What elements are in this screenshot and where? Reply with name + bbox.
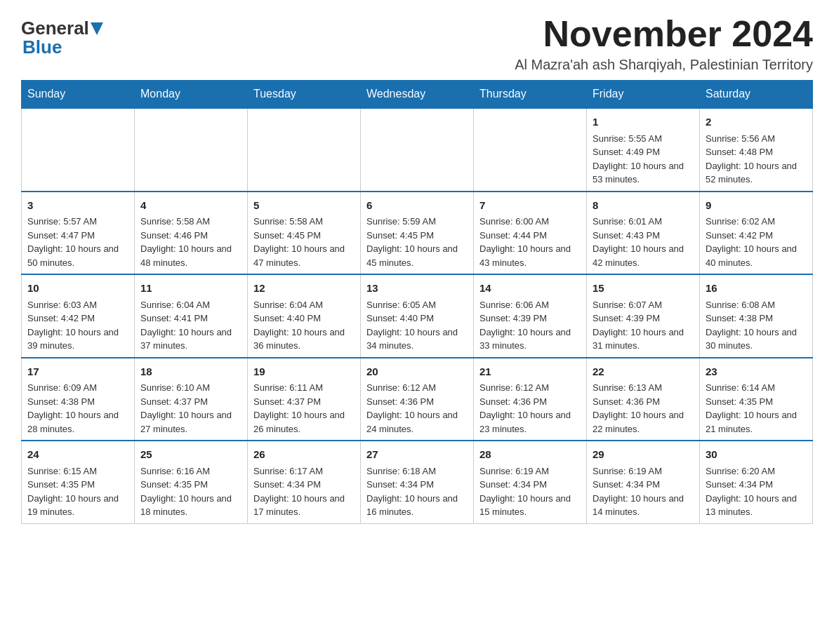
day-info: Daylight: 10 hours and 22 minutes. [593,408,694,436]
day-info: Daylight: 10 hours and 13 minutes. [706,492,807,519]
day-info: Sunset: 4:40 PM [253,311,355,326]
day-info: Sunset: 4:36 PM [479,395,581,409]
day-info: Sunrise: 6:14 AM [706,381,807,395]
header-tuesday: Tuesday [248,81,361,109]
day-info: Daylight: 10 hours and 47 minutes. [253,242,355,269]
calendar-cell: 20Sunrise: 6:12 AMSunset: 4:36 PMDayligh… [361,358,474,441]
day-number: 21 [479,364,581,380]
day-info: Sunrise: 6:07 AM [593,298,694,312]
month-title: November 2024 [515,14,813,54]
day-info: Daylight: 10 hours and 50 minutes. [27,242,128,269]
day-info: Sunset: 4:38 PM [27,395,128,409]
day-number: 19 [253,364,355,380]
day-number: 23 [706,364,807,380]
day-info: Sunset: 4:41 PM [140,311,241,326]
day-number: 16 [706,281,807,297]
day-number: 12 [253,281,355,297]
day-number: 7 [479,198,581,214]
day-info: Sunrise: 6:19 AM [479,464,581,478]
header-monday: Monday [135,81,248,109]
day-info: Sunset: 4:39 PM [593,311,694,326]
day-info: Sunrise: 6:09 AM [27,381,128,395]
day-info: Sunset: 4:34 PM [593,478,694,492]
day-info: Sunset: 4:35 PM [140,478,241,492]
day-info: Daylight: 10 hours and 36 minutes. [253,326,355,353]
logo: General Blue [21,14,103,58]
day-info: Sunset: 4:34 PM [479,478,581,492]
day-info: Sunset: 4:47 PM [27,229,128,243]
calendar-cell: 8Sunrise: 6:01 AMSunset: 4:43 PMDaylight… [587,192,700,275]
calendar-body: 1Sunrise: 5:55 AMSunset: 4:49 PMDaylight… [22,108,813,523]
day-info: Daylight: 10 hours and 14 minutes. [593,492,694,519]
day-info: Sunset: 4:42 PM [27,311,128,326]
day-info: Sunset: 4:36 PM [366,395,468,409]
svg-marker-0 [91,22,103,35]
calendar-week-1: 1Sunrise: 5:55 AMSunset: 4:49 PMDaylight… [22,108,813,192]
calendar-cell: 27Sunrise: 6:18 AMSunset: 4:34 PMDayligh… [361,441,474,523]
day-info: Daylight: 10 hours and 26 minutes. [253,408,355,436]
day-info: Sunset: 4:34 PM [706,478,807,492]
day-info: Sunrise: 6:03 AM [27,298,128,312]
day-info: Sunset: 4:48 PM [706,145,807,159]
calendar-cell: 2Sunrise: 5:56 AMSunset: 4:48 PMDaylight… [700,108,813,192]
calendar-cell: 23Sunrise: 6:14 AMSunset: 4:35 PMDayligh… [700,358,813,441]
header-sunday: Sunday [22,81,135,109]
day-info: Daylight: 10 hours and 21 minutes. [706,408,807,436]
day-info: Daylight: 10 hours and 18 minutes. [140,492,241,519]
calendar-cell: 24Sunrise: 6:15 AMSunset: 4:35 PMDayligh… [22,441,135,523]
day-info: Sunset: 4:42 PM [706,229,807,243]
day-number: 5 [253,198,355,214]
day-info: Daylight: 10 hours and 27 minutes. [140,408,241,436]
day-info: Sunrise: 6:19 AM [593,464,694,478]
page-header: General Blue November 2024 Al Mazra'ah a… [21,14,813,73]
day-info: Daylight: 10 hours and 24 minutes. [366,408,468,436]
day-info: Daylight: 10 hours and 52 minutes. [706,159,807,187]
calendar-cell [22,108,135,192]
day-info: Daylight: 10 hours and 30 minutes. [706,326,807,353]
day-info: Sunset: 4:39 PM [479,311,581,326]
logo-triangle-icon [91,22,103,35]
day-info: Sunrise: 5:55 AM [593,132,694,146]
calendar-cell: 30Sunrise: 6:20 AMSunset: 4:34 PMDayligh… [700,441,813,523]
day-info: Daylight: 10 hours and 40 minutes. [706,242,807,269]
day-info: Sunset: 4:34 PM [366,478,468,492]
calendar-cell: 16Sunrise: 6:08 AMSunset: 4:38 PMDayligh… [700,274,813,358]
day-info: Daylight: 10 hours and 17 minutes. [253,492,355,519]
day-info: Sunrise: 6:04 AM [140,298,241,312]
day-number: 4 [140,198,241,214]
day-info: Daylight: 10 hours and 28 minutes. [27,408,128,436]
day-info: Sunset: 4:37 PM [253,395,355,409]
calendar-week-3: 10Sunrise: 6:03 AMSunset: 4:42 PMDayligh… [22,274,813,358]
calendar-table: SundayMondayTuesdayWednesdayThursdayFrid… [21,80,813,524]
day-number: 18 [140,364,241,380]
day-number: 2 [706,114,807,130]
calendar-cell: 15Sunrise: 6:07 AMSunset: 4:39 PMDayligh… [587,274,700,358]
calendar-cell: 7Sunrise: 6:00 AMSunset: 4:44 PMDaylight… [474,192,587,275]
day-number: 29 [593,447,694,463]
calendar-week-5: 24Sunrise: 6:15 AMSunset: 4:35 PMDayligh… [22,441,813,523]
calendar-cell [248,108,361,192]
day-info: Sunrise: 6:02 AM [706,215,807,229]
calendar-cell: 3Sunrise: 5:57 AMSunset: 4:47 PMDaylight… [22,192,135,275]
day-info: Sunrise: 6:13 AM [593,381,694,395]
header-row: SundayMondayTuesdayWednesdayThursdayFrid… [22,81,813,109]
day-info: Sunrise: 5:56 AM [706,132,807,146]
day-info: Sunrise: 6:20 AM [706,464,807,478]
day-number: 24 [27,447,128,463]
day-info: Sunrise: 6:10 AM [140,381,241,395]
day-info: Sunrise: 6:16 AM [140,464,241,478]
calendar-week-2: 3Sunrise: 5:57 AMSunset: 4:47 PMDaylight… [22,192,813,275]
day-info: Sunset: 4:45 PM [253,229,355,243]
day-info: Daylight: 10 hours and 19 minutes. [27,492,128,519]
day-info: Daylight: 10 hours and 45 minutes. [366,242,468,269]
calendar-cell: 4Sunrise: 5:58 AMSunset: 4:46 PMDaylight… [135,192,248,275]
calendar-cell [361,108,474,192]
calendar-cell: 12Sunrise: 6:04 AMSunset: 4:40 PMDayligh… [248,274,361,358]
day-number: 11 [140,281,241,297]
day-info: Sunset: 4:37 PM [140,395,241,409]
day-info: Sunrise: 6:08 AM [706,298,807,312]
day-info: Daylight: 10 hours and 15 minutes. [479,492,581,519]
day-info: Sunrise: 6:05 AM [366,298,468,312]
calendar-cell: 28Sunrise: 6:19 AMSunset: 4:34 PMDayligh… [474,441,587,523]
day-info: Sunrise: 5:59 AM [366,215,468,229]
